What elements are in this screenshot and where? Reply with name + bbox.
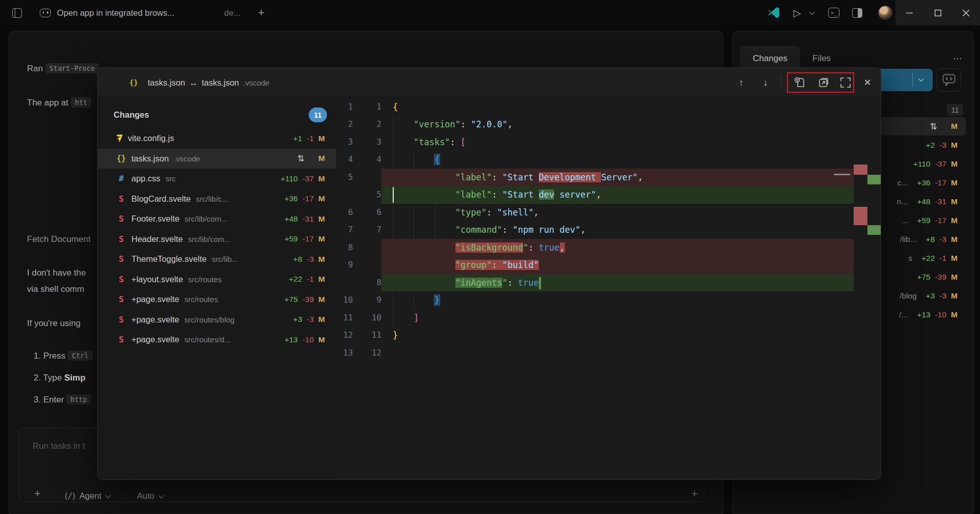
diff-line[interactable]: 11 10 ] bbox=[336, 309, 881, 327]
code-content: } bbox=[382, 327, 854, 344]
changed-file-row[interactable]: # app.css src +110 -37 M bbox=[98, 169, 336, 189]
run-dropdown-chevron[interactable] bbox=[806, 0, 816, 25]
code-token: "group" bbox=[455, 260, 492, 270]
old-line-number: 6 bbox=[336, 204, 353, 222]
secondary-sidebar-icon[interactable] bbox=[849, 0, 866, 25]
open-in-editor-button[interactable] bbox=[813, 72, 834, 93]
terminal-icon[interactable]: >_ bbox=[825, 0, 842, 25]
diff-line[interactable]: 3 3 "tasks": [ bbox=[336, 133, 881, 151]
prev-change-button[interactable]: ↑ bbox=[732, 68, 750, 97]
changed-file-row[interactable]: S ThemeToggle.svelte src/lib... +8 -3 M bbox=[98, 249, 336, 269]
diff-code-lines: 1 1 { 2 2 "version": "2.0.0", 3 3 "tasks… bbox=[336, 98, 881, 362]
run-button[interactable]: ▷ bbox=[788, 0, 806, 25]
maximize-button[interactable] bbox=[924, 0, 952, 25]
ruler-inserted-marker bbox=[867, 225, 881, 235]
minimize-button[interactable] bbox=[895, 0, 923, 25]
old-line-number: 9 bbox=[336, 256, 353, 274]
close-modal-button[interactable]: ✕ bbox=[858, 68, 877, 97]
chevron-down-icon[interactable] bbox=[918, 76, 924, 82]
vscode-logo-icon[interactable] bbox=[765, 0, 782, 25]
lines-added: +2 bbox=[926, 141, 935, 150]
new-line-number: 12 bbox=[353, 344, 382, 362]
close-button[interactable] bbox=[952, 0, 980, 25]
toolbar-divider bbox=[781, 76, 781, 89]
lines-removed: -17 bbox=[303, 234, 314, 244]
changed-file-row[interactable]: {} tasks.json .vscode ⇅ M bbox=[98, 149, 336, 169]
file-path: src bbox=[166, 174, 271, 183]
button-divider bbox=[912, 73, 913, 87]
diff-line[interactable]: 12 11 } bbox=[336, 327, 881, 344]
more-actions-icon[interactable]: ⋯ bbox=[953, 46, 963, 71]
diff-line[interactable]: 2 2 "version": "2.0.0", bbox=[336, 116, 881, 133]
file-type-icon bbox=[116, 134, 123, 143]
file-stats: ⇅ M bbox=[297, 153, 325, 164]
diff-line[interactable]: 6 6 "type": "shell", bbox=[336, 204, 881, 222]
lines-removed: -17 bbox=[935, 216, 946, 225]
send-plus-button[interactable]: + bbox=[691, 487, 698, 500]
diff-line[interactable]: 13 12 bbox=[336, 344, 881, 362]
diff-line[interactable]: 4 4 { bbox=[336, 151, 881, 169]
lines-added: +13 bbox=[917, 310, 930, 319]
changed-file-row[interactable]: S +page.svelte src/routes +75 -39 M bbox=[98, 289, 336, 310]
changed-file-row[interactable]: vite.config.js +1 -1 M bbox=[98, 128, 336, 149]
code-token: : bbox=[492, 260, 502, 270]
diff-line[interactable]: 9 "group": "build" bbox=[336, 256, 881, 274]
diff-modal-sidebar: Changes 11 vite.config.js +1 -1 M {} tas… bbox=[98, 97, 336, 480]
list-number: 3. bbox=[34, 395, 41, 404]
code-token: , bbox=[560, 242, 565, 253]
code-token: : bbox=[528, 242, 538, 253]
file-path-fragment: /lib... bbox=[900, 235, 917, 244]
lines-removed: -37 bbox=[935, 159, 946, 169]
file-path: .vscode bbox=[174, 154, 292, 163]
chat-line-appat: The app at htt bbox=[27, 98, 91, 108]
diff-line[interactable]: 8 "inAgents": true bbox=[336, 274, 881, 292]
changed-file-row[interactable]: S +page.svelte src/routes/d... +13 -10 M bbox=[98, 330, 336, 350]
next-change-button[interactable]: ↓ bbox=[756, 68, 775, 97]
active-tab-title[interactable]: Open app in integrated brows... bbox=[57, 0, 174, 25]
diff-editor[interactable]: 1 1 { 2 2 "version": "2.0.0", 3 3 "tasks… bbox=[336, 97, 881, 480]
file-type-icon: {} bbox=[116, 154, 126, 163]
lines-added: +48 bbox=[917, 197, 930, 206]
fullscreen-button[interactable] bbox=[835, 72, 856, 93]
secondary-tab-title[interactable]: de... bbox=[224, 0, 240, 25]
lines-added: +3 bbox=[926, 291, 935, 301]
sidebar-toggle-icon[interactable] bbox=[8, 0, 25, 25]
agent-mode-select[interactable]: (/) Agent bbox=[64, 491, 110, 501]
changed-file-row[interactable]: S Footer.svelte src/lib/com... +48 -31 M bbox=[98, 209, 336, 229]
new-line-number: 9 bbox=[353, 291, 382, 309]
model-select[interactable]: Auto bbox=[137, 491, 162, 501]
diff-line[interactable]: 5 "label": "Start dev server", bbox=[336, 186, 881, 204]
old-line-number: 1 bbox=[336, 98, 353, 116]
changes-section-label: Changes bbox=[114, 110, 149, 120]
diff-line[interactable]: 5 "label": "Start Development Server", bbox=[336, 169, 881, 186]
ruler-inserted-marker bbox=[867, 175, 881, 184]
new-tab-button[interactable]: + bbox=[253, 0, 270, 25]
diff-line[interactable]: 10 9 } bbox=[336, 291, 881, 309]
title-bar: Open app in integrated brows... de... + … bbox=[0, 0, 980, 25]
stage-file-button[interactable] bbox=[790, 72, 810, 93]
changed-file-row[interactable]: S +page.svelte src/routes/blog +3 -3 M bbox=[98, 310, 336, 330]
code-comment-icon bbox=[942, 74, 956, 86]
diff-line[interactable]: 1 1 { bbox=[336, 98, 881, 116]
avatar[interactable] bbox=[878, 6, 892, 20]
changed-file-row[interactable]: S +layout.svelte src/routes +22 -1 M bbox=[98, 269, 336, 290]
modified-badge: M bbox=[951, 291, 958, 301]
changed-file-row[interactable]: S BlogCard.svelte src/lib/c... +36 -17 M bbox=[98, 189, 336, 209]
chat-line-ifyoure: If you're using bbox=[27, 318, 80, 329]
code-token bbox=[393, 295, 434, 305]
lines-added: +3 bbox=[293, 315, 303, 324]
attach-button[interactable]: + bbox=[34, 487, 41, 500]
overview-ruler[interactable] bbox=[854, 97, 881, 480]
file-path: src/routes bbox=[188, 275, 279, 284]
diff-line[interactable]: 8 "isBackground": true, bbox=[336, 239, 881, 257]
code-comment-button[interactable] bbox=[937, 68, 961, 92]
lines-removed: -3 bbox=[939, 141, 946, 150]
code-token: "version" bbox=[414, 119, 460, 129]
code-token bbox=[393, 242, 455, 253]
code-token: true bbox=[539, 242, 560, 253]
code-token: [ bbox=[460, 137, 466, 147]
lines-added: +36 bbox=[284, 194, 297, 203]
list-number: 1. bbox=[34, 351, 41, 361]
diff-line[interactable]: 7 7 "command": "npm run dev", bbox=[336, 221, 881, 239]
changed-file-row[interactable]: S Header.svelte src/lib/com... +59 -17 M bbox=[98, 229, 336, 250]
